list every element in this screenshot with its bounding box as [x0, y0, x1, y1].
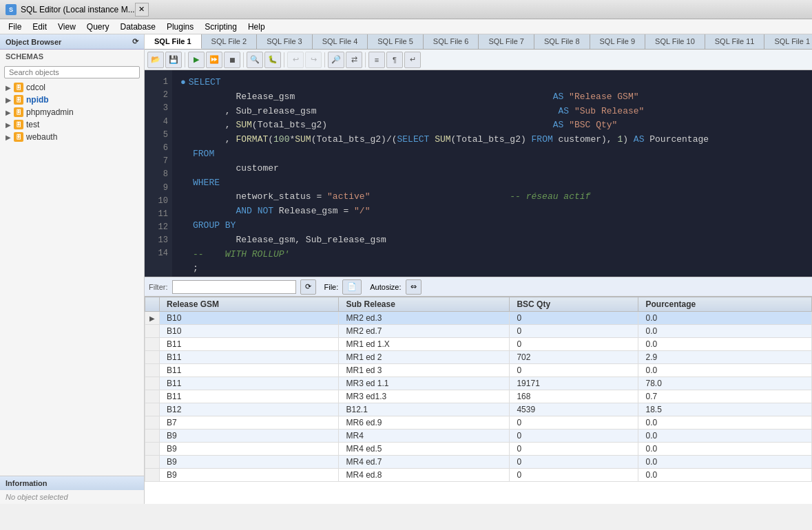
no-object-selected: No object selected [0, 490, 144, 504]
tab-4[interactable]: SQL File 4 [313, 34, 368, 49]
refresh-icon[interactable]: ⟳ [132, 37, 138, 46]
table-row[interactable]: B10MR2 ed.700.0 [145, 325, 812, 338]
schema-item-test[interactable]: ▶ 🗄 test [0, 118, 144, 131]
table-cell: MR2 ed.7 [339, 325, 510, 338]
table-row[interactable]: B7MR6 ed.900.0 [145, 416, 812, 430]
table-row[interactable]: B12B12.1453918.5 [145, 403, 812, 416]
execute-selection-btn[interactable]: ⏩ [206, 52, 222, 68]
menu-file[interactable]: File [3, 19, 27, 34]
object-browser-title: Object Browser ⟳ [0, 34, 144, 50]
table-cell: MR1 ed 1.X [339, 338, 510, 351]
results-area: Filter: ⟳ File: 📄 Autosize: ⇔ Release GS… [145, 277, 812, 504]
line-num: 7 [149, 155, 168, 168]
stop-btn[interactable]: ⏹ [224, 52, 240, 68]
line-num: 13 [149, 234, 168, 247]
redo-btn[interactable]: ↪ [305, 52, 322, 68]
table-row[interactable]: B11MR3 ed 1.11917178.0 [145, 377, 812, 390]
schema-label: phpmyadmin [26, 107, 74, 117]
column-header[interactable]: BSC Qty [510, 297, 638, 312]
explain-btn[interactable]: 🔍 [247, 52, 263, 68]
schema-item-phpmyadmin[interactable]: ▶ 🗄 phpmyadmin [0, 106, 144, 118]
table-cell: 19171 [510, 377, 638, 390]
show-whitespace-btn[interactable]: ¶ [386, 52, 403, 68]
results-table[interactable]: Release GSMSub ReleaseBSC QtyPourcentage… [145, 297, 812, 504]
row-indicator [145, 416, 160, 430]
table-cell: MR1 ed 2 [339, 351, 510, 364]
search-input[interactable] [4, 66, 140, 78]
line-num: 12 [149, 221, 168, 234]
undo-btn[interactable]: ↩ [287, 52, 304, 68]
tab-6[interactable]: SQL File 6 [424, 34, 479, 49]
tab-1[interactable]: SQL File 1 [145, 34, 202, 49]
code-editor[interactable]: 1234567891011121314 ●SELECT Release_gsm … [145, 70, 812, 277]
sidebar: Object Browser ⟳ SCHEMAS ▶ 🗄 cdcol▶ 🗄 np… [0, 34, 145, 504]
schema-label: npidb [26, 95, 49, 105]
menu-query[interactable]: Query [81, 19, 115, 34]
tab-10[interactable]: SQL File 10 [645, 34, 705, 49]
schema-item-cdcol[interactable]: ▶ 🗄 cdcol [0, 81, 144, 94]
row-indicator [145, 325, 160, 338]
table-cell: B12.1 [339, 403, 510, 416]
column-header[interactable]: Pourcentage [638, 297, 812, 312]
column-header[interactable]: Release GSM [160, 297, 339, 312]
tree-arrow: ▶ [6, 109, 11, 116]
find-replace-btn[interactable]: ⇄ [346, 52, 362, 68]
save-file-btn[interactable]: 💾 [165, 52, 182, 68]
line-num: 2 [149, 89, 168, 102]
debug-btn[interactable]: 🐛 [264, 52, 281, 68]
table-row[interactable]: B11MR1 ed 27022.9 [145, 351, 812, 364]
row-indicator [145, 443, 160, 456]
table-cell: 0.7 [638, 390, 812, 403]
tab-2[interactable]: SQL File 2 [202, 34, 258, 49]
export-btn[interactable]: 📄 [342, 279, 362, 295]
db-icon: 🗄 [14, 120, 23, 129]
tab-12[interactable]: SQL File 1 [764, 34, 812, 49]
tab-3[interactable]: SQL File 3 [257, 34, 313, 49]
tab-8[interactable]: SQL File 8 [534, 34, 590, 49]
autosize-btn[interactable]: ⇔ [406, 279, 421, 295]
table-cell: MR4 ed.8 [339, 469, 510, 482]
filter-input[interactable] [172, 280, 296, 294]
execute-btn[interactable]: ▶ [188, 52, 205, 68]
table-cell: 2.9 [638, 351, 812, 364]
table-row[interactable]: B9MR4 ed.800.0 [145, 469, 812, 482]
app-icon: S [6, 4, 17, 15]
menu-scripting[interactable]: Scripting [199, 19, 242, 34]
tab-5[interactable]: SQL File 5 [368, 34, 424, 49]
menu-database[interactable]: Database [115, 19, 161, 34]
menu-help[interactable]: Help [242, 19, 271, 34]
information-section-title: Information [0, 476, 144, 490]
close-button[interactable]: ✕ [135, 3, 149, 17]
menu-view[interactable]: View [52, 19, 81, 34]
schema-item-webauth[interactable]: ▶ 🗄 webauth [0, 131, 144, 143]
row-indicator [145, 351, 160, 364]
open-file-btn[interactable]: 📂 [147, 52, 164, 68]
schema-item-npidb[interactable]: ▶ 🗄 npidb [0, 94, 144, 106]
table-cell: B11 [160, 338, 339, 351]
code-line: FROM [180, 147, 804, 162]
table-cell: 0.0 [638, 364, 812, 377]
code-content[interactable]: ●SELECT Release_gsm AS "Release GSM" , S… [172, 70, 812, 277]
tab-7[interactable]: SQL File 7 [479, 34, 534, 49]
table-row[interactable]: B9MR4 ed.700.0 [145, 456, 812, 469]
code-line: , SUM(Total_bts_g2) AS "BSC Qty" [180, 118, 804, 133]
table-row[interactable]: B9MR400.0 [145, 430, 812, 443]
wrap-lines-btn[interactable]: ↵ [404, 52, 421, 68]
column-header[interactable]: Sub Release [339, 297, 510, 312]
table-cell: 0.0 [638, 469, 812, 482]
format-sql-btn[interactable]: ≡ [368, 52, 385, 68]
find-btn[interactable]: 🔎 [328, 52, 344, 68]
table-cell: B7 [160, 416, 339, 430]
table-row[interactable]: B11MR1 ed 300.0 [145, 364, 812, 377]
menu-plugins[interactable]: Plugins [161, 19, 199, 34]
menu-edit[interactable]: Edit [27, 19, 52, 34]
table-row[interactable]: ▶B10MR2 ed.300.0 [145, 312, 812, 325]
tab-11[interactable]: SQL File 11 [705, 34, 765, 49]
table-row[interactable]: B11MR3 ed1.31680.7 [145, 390, 812, 403]
table-row[interactable]: B9MR4 ed.500.0 [145, 443, 812, 456]
table-cell: 18.5 [638, 403, 812, 416]
tab-9[interactable]: SQL File 9 [590, 34, 646, 49]
table-row[interactable]: B11MR1 ed 1.X00.0 [145, 338, 812, 351]
refresh-results-btn[interactable]: ⟳ [300, 279, 316, 295]
db-icon: 🗄 [14, 83, 23, 92]
